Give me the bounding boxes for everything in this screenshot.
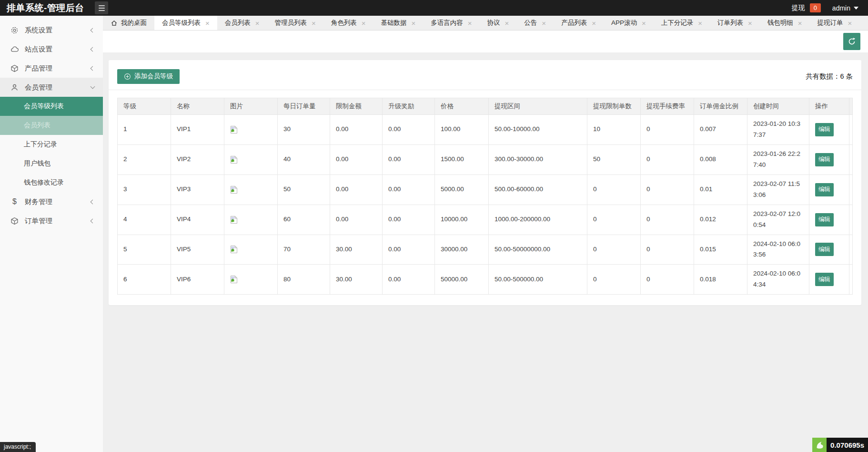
cell-level: 5 [118, 235, 171, 265]
withdraw-link[interactable]: 提现 [792, 4, 805, 12]
tab[interactable]: APP滚动 × [604, 16, 654, 30]
edit-button[interactable]: 编辑 [815, 183, 834, 196]
dollar-icon: $ [12, 198, 17, 205]
cell-image [224, 235, 278, 265]
sidebar-item-label: 会员管理 [25, 83, 52, 92]
trace-time: 0.070695s [827, 438, 868, 452]
cell-name: VIP3 [171, 175, 224, 205]
column-header: 价格 [435, 98, 489, 115]
edit-button[interactable]: 编辑 [815, 243, 834, 256]
tab[interactable]: 产品列表 × [554, 16, 604, 30]
tab[interactable]: 管理员列表 × [267, 16, 323, 30]
broken-image-icon [230, 185, 238, 194]
tab-home[interactable]: 我的桌面 [103, 16, 154, 30]
app-root: 排单系统-管理后台 提现 0 admin 系统设置 站点设置 [0, 0, 868, 452]
broken-image-icon [230, 216, 238, 224]
tab-label: 钱包明细 [767, 19, 793, 27]
tab-label: 公告 [524, 19, 537, 27]
tab-close-icon[interactable]: × [848, 20, 852, 27]
tab-close-icon[interactable]: × [362, 20, 366, 27]
cell-image [224, 175, 278, 205]
tab-close-icon[interactable]: × [412, 20, 416, 27]
sidebar-subitem[interactable]: 上下分记录 [0, 135, 103, 154]
tab[interactable]: 会员等级列表 × [154, 16, 217, 30]
tab-label: APP滚动 [611, 19, 637, 27]
sidebar-subitem-active[interactable]: 会员等级列表 [0, 97, 103, 116]
cell-level: 3 [118, 175, 171, 205]
cube-icon [10, 64, 19, 72]
trace-leaf-icon[interactable] [812, 438, 827, 452]
cell-fee-rate: 0 [641, 235, 694, 265]
broken-image-icon [230, 125, 238, 134]
menu-toggle-button[interactable] [95, 1, 108, 14]
column-header: 名称 [171, 98, 224, 115]
edit-button[interactable]: 编辑 [815, 273, 834, 286]
sidebar-item-cube[interactable]: 订单管理 [0, 211, 103, 230]
sidebar-subitem[interactable]: 会员列表 [0, 116, 103, 135]
sidebar-item-label: 订单管理 [25, 216, 52, 226]
chevron-icon [91, 84, 95, 89]
tab-label: 提现订单 [817, 19, 843, 27]
sidebar-item-user[interactable]: 会员管理 [0, 78, 103, 97]
tab-label: 上下分记录 [661, 19, 694, 27]
caret-down-icon [854, 7, 858, 10]
tab[interactable]: 多语言内容 × [423, 16, 479, 30]
tab[interactable]: 会员列表 × [217, 16, 267, 30]
cell-empty [849, 144, 853, 175]
table-row: 1 VIP1 30 0.00 0.00 100.00 50.00-10000.0… [118, 115, 853, 145]
cell-withdraw-limit: 0 [587, 205, 641, 235]
tab-label: 订单列表 [717, 19, 743, 27]
tab-close-icon[interactable]: × [468, 20, 472, 27]
content-card: 添加会员等级 共有数据：6 条 等级名称图片每日订单量限制金额升级奖励价格提现区… [109, 60, 861, 305]
sidebar-item-label: 站点设置 [25, 45, 52, 54]
tab[interactable]: 提现订单 × [809, 16, 859, 30]
edit-button[interactable]: 编辑 [815, 213, 834, 226]
tab-close-icon[interactable]: × [542, 20, 546, 27]
tab-close-icon[interactable]: × [205, 20, 210, 27]
tab-close-icon[interactable]: × [312, 20, 316, 27]
tab-close-icon[interactable]: × [642, 20, 646, 27]
cell-daily-orders: 50 [278, 175, 330, 205]
cell-image [224, 115, 278, 145]
refresh-button[interactable] [843, 33, 860, 50]
tab[interactable]: 钱包明细 × [760, 16, 810, 30]
tab-close-icon[interactable]: × [698, 20, 702, 27]
tab-close-icon[interactable]: × [505, 20, 509, 27]
cell-limit-amount: 30.00 [330, 235, 383, 265]
add-level-button[interactable]: 添加会员等级 [117, 69, 180, 84]
tab[interactable]: 订单列表 × [710, 16, 760, 30]
tab[interactable]: 基础数据 × [373, 16, 424, 30]
tab-close-icon[interactable]: × [255, 20, 260, 27]
status-link-hint: javascript:; [0, 442, 36, 452]
sidebar-item-dollar[interactable]: $ 财务管理 [0, 192, 103, 211]
sidebar-subitem[interactable]: 用户钱包 [0, 154, 103, 173]
cell-actions: 编辑 [809, 144, 849, 175]
cell-limit-amount: 30.00 [330, 265, 383, 295]
cell-upgrade-reward: 0.00 [383, 235, 435, 265]
cell-withdraw-limit: 0 [587, 265, 641, 295]
sidebar-item-cloud[interactable]: 站点设置 [0, 40, 103, 59]
tab-label: 管理员列表 [275, 19, 307, 27]
tab[interactable]: 协议 × [480, 16, 517, 30]
tab[interactable]: 角色列表 × [323, 16, 373, 30]
tab[interactable]: 上下分记录 × [654, 16, 710, 30]
sidebar-subitem[interactable]: 钱包修改记录 [0, 173, 103, 192]
tab[interactable]: 公告 × [516, 16, 554, 30]
tab-close-icon[interactable]: × [748, 20, 752, 27]
edit-button[interactable]: 编辑 [815, 153, 834, 166]
cell-withdraw-range: 50.00-50000000.00 [489, 235, 587, 265]
cell-upgrade-reward: 0.00 [383, 144, 435, 175]
cell-upgrade-reward: 0.00 [383, 265, 435, 295]
broken-image-icon [230, 155, 238, 164]
tab-close-icon[interactable]: × [798, 20, 802, 27]
add-level-button-label: 添加会员等级 [134, 72, 173, 81]
edit-button[interactable]: 编辑 [815, 123, 834, 136]
sidebar-item-cube[interactable]: 产品管理 [0, 59, 103, 78]
sidebar-item-gear[interactable]: 系统设置 [0, 21, 103, 40]
cell-empty [849, 265, 853, 295]
withdraw-badge[interactable]: 0 [810, 3, 821, 12]
user-menu[interactable]: admin [832, 4, 858, 12]
tab-close-icon[interactable]: × [592, 20, 596, 27]
cell-created-time: 2024-02-10 06:04:34 [747, 265, 809, 295]
cell-commission-rate: 0.007 [694, 115, 747, 145]
